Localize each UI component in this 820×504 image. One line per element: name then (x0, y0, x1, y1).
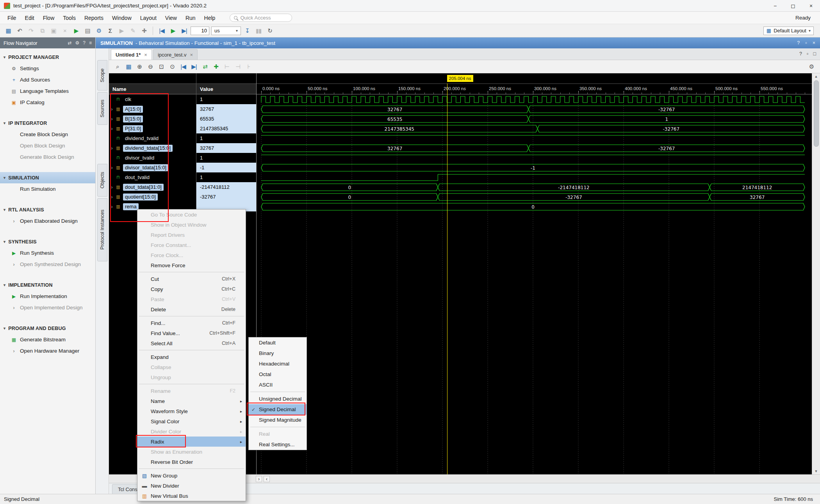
flow-item-open-elaborated-design[interactable]: ›Open Elaborated Design (0, 215, 95, 227)
menu-edit[interactable]: Edit (21, 13, 39, 23)
close-icon[interactable]: × (813, 40, 815, 46)
menu-run[interactable]: Run (181, 13, 200, 23)
tab-ipcore-test-v[interactable]: ipcore_test.v× (153, 49, 198, 60)
flow-item-open-block-design[interactable]: Open Block Design (0, 140, 95, 151)
expand-icon[interactable]: › (109, 106, 115, 112)
help-icon[interactable]: ? (799, 51, 802, 57)
radix-item-octal[interactable]: Octal (249, 369, 307, 380)
menu-flow[interactable]: Flow (39, 13, 59, 23)
menu-item-remove-force[interactable]: Remove Force (137, 260, 246, 270)
menu-item-radix[interactable]: Radix▸ (137, 437, 246, 447)
float-icon[interactable]: ▫ (805, 40, 807, 46)
signal-row-b-15-0[interactable]: ›▥B[15:0] (109, 114, 196, 124)
radix-item-default[interactable]: Default (249, 337, 307, 348)
radix-item-signed-magnitude[interactable]: Signed Magnitude (249, 415, 307, 425)
side-tab-protocol-instances[interactable]: Protocol Instances (97, 198, 107, 261)
toggle-columns-icon[interactable]: ⇄ (68, 40, 71, 46)
time-unit-select[interactable]: us ▾ (211, 27, 241, 35)
scroll-up-icon[interactable]: ▲ (815, 73, 818, 80)
flow-item-language-templates[interactable]: ▤Language Templates (0, 85, 95, 97)
flow-item-generate-block-design[interactable]: Generate Block Design (0, 151, 95, 163)
flow-item-create-block-design[interactable]: Create Block Design (0, 129, 95, 140)
menu-item-signal-color[interactable]: Signal Color▸ (137, 416, 246, 426)
menu-item-new-virtual-bus[interactable]: ▥New Virtual Bus (137, 491, 246, 501)
menu-item-expand[interactable]: Expand (137, 352, 246, 362)
relaunch-icon[interactable]: ↻ (265, 26, 275, 35)
flow-item-settings[interactable]: ⚙Settings (0, 63, 95, 74)
radix-item-ascii[interactable]: ASCII (249, 380, 307, 390)
signal-row-clk[interactable]: ⊓clk (109, 94, 196, 104)
zoom-fit-icon[interactable]: ⊡ (156, 62, 166, 71)
menu-item-reverse-bit-order[interactable]: Reverse Bit Order (137, 457, 246, 467)
menu-item-new-group[interactable]: ▧New Group (137, 470, 246, 481)
add-marker-icon[interactable]: ✚ (211, 62, 221, 71)
layout-select[interactable]: ▦ Default Layout ▾ (763, 27, 814, 35)
flow-item-generate-bitstream[interactable]: ▦Generate Bitstream (0, 334, 95, 345)
flow-item-run-simulation[interactable]: Run Simulation (0, 183, 95, 195)
swap-cursor-icon[interactable]: ⇄ (200, 62, 210, 71)
radix-item-hexadecimal[interactable]: Hexadecimal (249, 358, 307, 369)
signal-row-divisor-tvalid[interactable]: ⊓divisor_tvalid (109, 153, 196, 163)
sum-icon[interactable]: Σ (105, 26, 115, 35)
step-icon[interactable]: ▶| (179, 26, 189, 35)
signal-row-quotient-15-0[interactable]: ›▥quotient[15:0] (109, 192, 196, 202)
wave-settings-gear-icon[interactable]: ⚙ (806, 62, 816, 71)
radix-item-unsigned-decimal[interactable]: Unsigned Decimal (249, 394, 307, 404)
menu-item-find-value[interactable]: Find Value...Ctrl+Shift+F (137, 328, 246, 338)
save-icon[interactable]: ▦ (3, 26, 13, 35)
maximize-icon[interactable]: □ (813, 51, 816, 57)
scroll-down-icon[interactable]: ▼ (815, 468, 818, 474)
reports-icon[interactable]: ▤ (82, 26, 93, 35)
expand-icon[interactable]: › (109, 185, 115, 190)
tab-untitled-1[interactable]: Untitled 1*× (111, 49, 152, 60)
run-button-icon[interactable]: ▶ (71, 26, 81, 35)
close-button[interactable]: × (802, 0, 820, 12)
flow-section-title-simulation[interactable]: ▾SIMULATION (0, 172, 95, 183)
undo-icon[interactable]: ↶ (14, 26, 25, 35)
flow-section-title-program-and-debug[interactable]: ▾PROGRAM AND DEBUG (0, 323, 95, 334)
flow-item-open-synthesized-design[interactable]: ›Open Synthesized Design (0, 259, 95, 270)
expand-icon[interactable]: › (109, 194, 115, 200)
side-tab-sources[interactable]: Sources (97, 92, 107, 125)
simulation-time-input[interactable] (191, 27, 209, 35)
radix-item-signed-decimal[interactable]: ✓Signed Decimal (249, 404, 307, 415)
menu-item-select-all[interactable]: Select AllCtrl+A (137, 338, 246, 348)
menu-window[interactable]: Window (108, 13, 136, 23)
menu-item-name[interactable]: Name▸ (137, 396, 246, 406)
next-transition-icon[interactable]: ▶| (189, 62, 199, 71)
flow-section-title-rtl-analysis[interactable]: ▾RTL ANALYSIS (0, 204, 95, 215)
previous-transition-icon[interactable]: |◀ (178, 62, 188, 71)
flow-item-run-synthesis[interactable]: ▶Run Synthesis (0, 247, 95, 259)
vertical-scrollbar[interactable]: ▲ ▼ (812, 73, 820, 474)
probe-icon[interactable]: ✚ (139, 26, 149, 35)
radix-item-binary[interactable]: Binary (249, 348, 307, 358)
close-icon[interactable]: × (190, 52, 193, 58)
menu-item-delete[interactable]: DeleteDelete (137, 304, 246, 314)
menu-reports[interactable]: Reports (80, 13, 108, 23)
float-icon[interactable]: ▫ (807, 51, 808, 57)
run-for-time-icon[interactable]: ↧ (242, 26, 252, 35)
signal-row-dout-tvalid[interactable]: ⊓dout_tvalid (109, 172, 196, 182)
menu-tools[interactable]: Tools (59, 13, 80, 23)
expand-icon[interactable]: › (109, 204, 115, 209)
gear-icon[interactable]: ⚙ (75, 40, 80, 46)
menu-item-copy[interactable]: CopyCtrl+C (137, 284, 246, 294)
zoom-to-cursor-icon[interactable]: ⊙ (167, 62, 177, 71)
flow-item-open-implemented-design[interactable]: ›Open Implemented Design (0, 302, 95, 313)
signal-row-a-15-0[interactable]: ›▥A[15:0] (109, 104, 196, 114)
menu-item-new-divider[interactable]: ▬New Divider (137, 481, 246, 491)
flow-item-ip-catalog[interactable]: ▣IP Catalog (0, 97, 95, 108)
expand-icon[interactable]: › (109, 116, 115, 122)
scroll-right-icon[interactable]: › (256, 476, 262, 482)
close-icon[interactable]: × (144, 52, 147, 58)
flow-section-title-project-manager[interactable]: ▾PROJECT MANAGER (0, 51, 95, 63)
quick-access-search[interactable]: Quick Access (230, 14, 292, 22)
find-icon[interactable]: ⌕ (112, 62, 123, 71)
signal-row-dout-tdata-31-0[interactable]: ›▥dout_tdata[31:0] (109, 182, 196, 192)
scroll-left-icon[interactable]: ‹ (264, 476, 270, 482)
zoom-in-icon[interactable]: ⊕ (134, 62, 144, 71)
menu-item-waveform-style[interactable]: Waveform Style▸ (137, 406, 246, 416)
help-icon[interactable]: ? (797, 40, 800, 46)
signal-row-dividend-tdata-15-0[interactable]: ›▥dividend_tdata[15:0] (109, 143, 196, 153)
waveform-canvas[interactable]: 205.004 ns 0.000 ns50.000 ns100.000 ns15… (257, 73, 812, 474)
